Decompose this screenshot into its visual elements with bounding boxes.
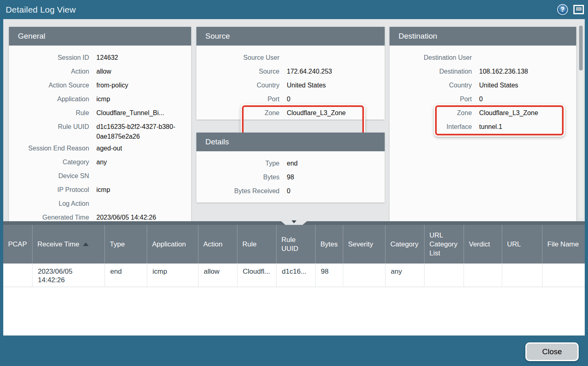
vertical-scrollbar-track[interactable]	[579, 25, 583, 219]
cell-action: allow	[198, 264, 237, 287]
window-restore-icon[interactable]	[573, 5, 584, 14]
field-value: 98	[287, 170, 385, 184]
field-value: any	[96, 155, 191, 169]
general-panel-body: Session ID124632 Actionallow Action Sour…	[9, 46, 191, 221]
field-value: 172.64.240.253	[287, 65, 385, 78]
field-row: Typeend	[196, 157, 385, 170]
column-header-file-name[interactable]: File Name	[542, 225, 585, 264]
field-value: from-policy	[96, 78, 191, 92]
cell-type: end	[105, 264, 147, 287]
table-empty-area	[3, 287, 585, 336]
field-row: Interfacetunnel.1	[390, 120, 576, 134]
field-label: Country	[390, 78, 479, 92]
field-value	[287, 51, 385, 65]
field-row: Bytes Received0	[196, 184, 385, 198]
log-detail-content: General Session ID124632 Actionallow Act…	[3, 19, 585, 221]
field-label: Device SN	[9, 169, 96, 183]
splitter-handle[interactable]	[276, 219, 312, 225]
close-button[interactable]: Close	[525, 342, 579, 361]
dialog-footer: Close	[0, 336, 588, 366]
column-header-action[interactable]: Action	[198, 225, 237, 264]
field-row: Source172.64.240.253	[196, 65, 385, 78]
cell-url-category-list	[425, 264, 464, 287]
column-header-application[interactable]: Application	[147, 225, 198, 264]
column-header-verdict[interactable]: Verdict	[464, 225, 502, 264]
field-label: Destination User	[390, 51, 479, 65]
field-label: Type	[196, 157, 287, 170]
column-header-rule[interactable]: Rule	[237, 225, 277, 264]
column-header-label: Rule	[242, 240, 257, 249]
column-header-pcap[interactable]: PCAP	[3, 225, 33, 264]
column-header-label: Category	[390, 240, 418, 249]
field-row: Device SN	[9, 169, 191, 183]
field-label: Rule UUID	[9, 120, 96, 142]
field-row: Generated Time2023/06/05 14:42:26	[9, 211, 191, 221]
vertical-scrollbar-thumb[interactable]	[579, 26, 583, 70]
field-row: Source User	[196, 51, 385, 65]
column-header-label: PCAP	[8, 240, 27, 249]
field-label: Action	[9, 65, 96, 78]
column-header-receive-time[interactable]: Receive Time	[33, 225, 105, 264]
column-header-label: Receive Time	[37, 240, 79, 249]
field-value: 0	[287, 184, 385, 198]
field-value: 108.162.236.138	[479, 65, 576, 78]
column-header-type[interactable]: Type	[105, 225, 147, 264]
field-row: Action Sourcefrom-policy	[9, 78, 191, 92]
column-header-severity[interactable]: Severity	[343, 225, 385, 264]
field-row: Session End Reasonaged-out	[9, 142, 191, 155]
field-value: Cloudflare_Tunnel_Bi...	[96, 106, 191, 120]
field-label: Country	[196, 78, 287, 92]
window-restore-icon-inner	[576, 7, 581, 11]
destination-panel-header: Destination	[390, 27, 576, 46]
field-row: Applicationicmp	[9, 92, 191, 106]
field-label: Bytes Received	[196, 184, 287, 198]
field-row: Rule UUIDd1c16235-b2f2-4327-b380-0ae1875…	[9, 120, 191, 142]
cell-pcap	[3, 264, 33, 287]
field-row: CountryUnited States	[390, 78, 576, 92]
column-header-rule-uuid[interactable]: Rule UUID	[277, 225, 316, 264]
field-row: Log Action	[9, 197, 191, 211]
field-row: ZoneCloudflare_L3_Zone	[196, 106, 385, 120]
column-header-url[interactable]: URL	[502, 225, 542, 264]
general-panel: General Session ID124632 Actionallow Act…	[9, 27, 191, 221]
column-header-label: Rule UUID	[281, 235, 310, 253]
source-panel: Source Source User Source172.64.240.253 …	[196, 27, 385, 120]
column-header-label: File Name	[547, 240, 579, 249]
field-value: 0	[287, 92, 385, 106]
log-table-row[interactable]: 2023/06/05 14:42:26 end icmp allow Cloud…	[3, 264, 585, 287]
help-icon[interactable]: ?	[557, 4, 568, 15]
general-panel-header: General	[9, 27, 191, 46]
cell-bytes: 98	[316, 264, 343, 287]
sort-ascending-icon	[83, 242, 89, 246]
column-header-label: Verdict	[469, 240, 490, 249]
titlebar-icons: ?	[557, 4, 584, 15]
cell-url	[502, 264, 542, 287]
field-value: aged-out	[96, 142, 191, 155]
column-header-label: Severity	[348, 240, 373, 249]
field-label: IP Protocol	[9, 183, 96, 197]
field-row: CountryUnited States	[196, 78, 385, 92]
field-label: Bytes	[196, 170, 287, 184]
field-value: Cloudflare_L3_Zone	[479, 106, 576, 120]
field-value: United States	[479, 78, 576, 92]
details-panel-body: Typeend Bytes98 Bytes Received0	[196, 151, 385, 203]
field-value: United States	[287, 78, 385, 92]
log-table: PCAP Receive Time Type Application Actio…	[3, 225, 585, 336]
details-panel: Details Typeend Bytes98 Bytes Received0	[196, 133, 385, 203]
field-row: Port0	[196, 92, 385, 106]
pane-splitter[interactable]	[3, 221, 585, 225]
field-value: end	[287, 157, 385, 170]
field-label: Interface	[390, 120, 479, 134]
cell-category: any	[385, 264, 425, 287]
details-panel-header: Details	[196, 133, 385, 151]
field-value	[96, 197, 191, 211]
column-header-url-category-list[interactable]: URL Category List	[425, 225, 464, 264]
field-label: Source	[196, 65, 287, 78]
column-header-bytes[interactable]: Bytes	[316, 225, 343, 264]
titlebar: Detailed Log View ?	[0, 0, 588, 19]
column-header-category[interactable]: Category	[385, 225, 425, 264]
field-row: IP Protocolicmp	[9, 183, 191, 197]
field-row: Destination User	[390, 51, 576, 65]
field-label: Rule	[9, 106, 96, 120]
column-header-label: URL Category List	[429, 231, 459, 258]
